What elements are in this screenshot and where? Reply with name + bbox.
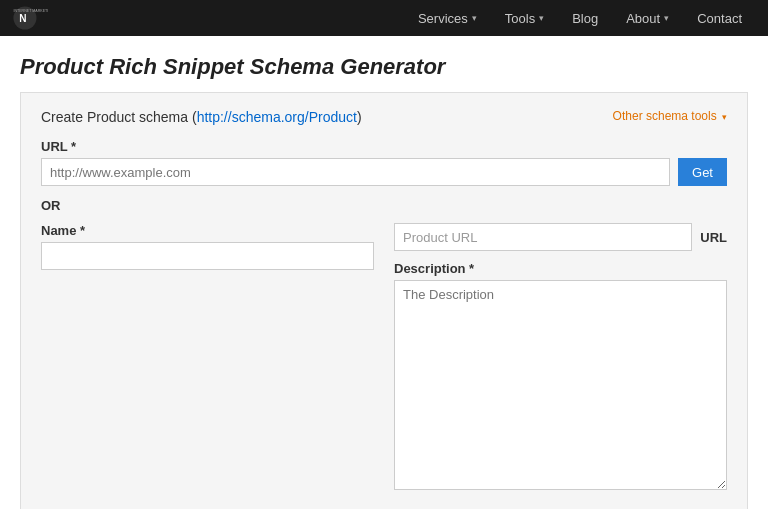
page-title: Product Rich Snippet Schema Generator <box>20 54 748 80</box>
page-title-area: Product Rich Snippet Schema Generator <box>0 36 768 92</box>
form-col-right: URL Description * <box>394 223 727 505</box>
url-suffix-label: URL <box>700 230 727 245</box>
other-schema-tools-link[interactable]: Other schema tools ▾ <box>613 109 727 123</box>
chevron-down-icon: ▾ <box>539 13 544 23</box>
schema-title: Create Product schema (http://schema.org… <box>41 109 362 125</box>
nav-item-services[interactable]: Services ▾ <box>404 0 491 36</box>
name-input[interactable] <box>41 242 374 270</box>
name-label: Name * <box>41 223 374 238</box>
form-col-left: Name * <box>41 223 374 505</box>
nav-item-about[interactable]: About ▾ <box>612 0 683 36</box>
description-input[interactable] <box>394 280 727 490</box>
product-url-row: URL <box>394 223 727 251</box>
nav-item-contact[interactable]: Contact <box>683 0 756 36</box>
url-field-group: URL * Get <box>41 139 727 186</box>
name-field-group: Name * <box>41 223 374 270</box>
chevron-down-icon: ▾ <box>722 112 727 122</box>
url-label: URL * <box>41 139 727 154</box>
description-field-group: Description * <box>394 261 727 493</box>
nav-item-blog[interactable]: Blog <box>558 0 612 36</box>
chevron-down-icon: ▾ <box>664 13 669 23</box>
svg-text:N: N <box>19 13 26 24</box>
url-row: Get <box>41 158 727 186</box>
url-input[interactable] <box>41 158 670 186</box>
schema-box: Create Product schema (http://schema.org… <box>20 92 748 509</box>
description-label: Description * <box>394 261 727 276</box>
schema-link[interactable]: http://schema.org/Product <box>197 109 357 125</box>
svg-text:INTERNET MARKETING: INTERNET MARKETING <box>13 9 48 13</box>
get-button[interactable]: Get <box>678 158 727 186</box>
chevron-down-icon: ▾ <box>472 13 477 23</box>
schema-header: Create Product schema (http://schema.org… <box>41 109 727 125</box>
or-label: OR <box>41 198 727 213</box>
logo-icon: N INTERNET MARKETING <box>12 4 48 32</box>
nav-links: Services ▾ Tools ▾ Blog About ▾ Contact <box>404 0 756 36</box>
form-grid: Name * URL Description * <box>41 223 727 505</box>
logo[interactable]: N INTERNET MARKETING <box>12 4 48 32</box>
product-url-input[interactable] <box>394 223 692 251</box>
navbar: N INTERNET MARKETING Services ▾ Tools ▾ … <box>0 0 768 36</box>
main-content: Create Product schema (http://schema.org… <box>0 92 768 509</box>
nav-item-tools[interactable]: Tools ▾ <box>491 0 558 36</box>
